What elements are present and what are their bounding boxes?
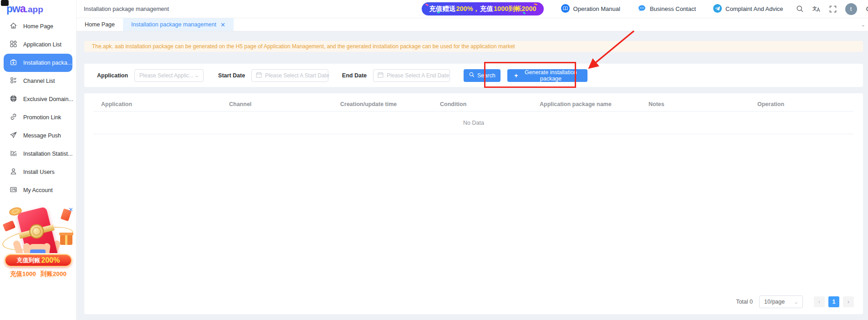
user-icon [10, 168, 17, 177]
table-header-row: Application Channel Creation/update time… [93, 97, 854, 112]
sidebar-item-installation-statistics[interactable]: Installation Statist... [0, 145, 76, 163]
business-contact-label: Business Contact [650, 5, 696, 12]
tab-overflow-chevron-icon[interactable]: ⌄ [861, 22, 865, 28]
link-icon [10, 113, 17, 122]
sidebar-item-promotion-link[interactable]: Promotion Link [0, 108, 76, 127]
sidebar-item-label: Promotion Link [23, 114, 61, 121]
sidebar-ad[interactable]: ✕ 充值到账 200% 充值1000 到账2000 [0, 205, 77, 284]
start-date-placeholder: Please Select A Start Date [265, 72, 329, 79]
channel-list-icon [10, 76, 17, 86]
page-1-button[interactable]: 1 [828, 296, 839, 307]
column-header: Channel [229, 101, 340, 107]
svg-text:DNS: DNS [12, 98, 15, 100]
page-size-value: 10/page [764, 299, 794, 305]
pagination: Total 0 10/page ⌄ ‹ 1 › [736, 295, 854, 308]
search-icon[interactable] [796, 5, 804, 13]
sidebar-item-label: Install Users [23, 169, 55, 175]
sidebar-item-label: Installation Statist... [23, 151, 72, 157]
sidebar-item-my-account[interactable]: My Account [0, 181, 76, 199]
app-logo[interactable]: pwa.app [6, 3, 43, 15]
end-date-label: End Date [342, 72, 367, 79]
sidebar-item-label: Channel List [23, 78, 55, 84]
tab-installation-package-management[interactable]: Installation package management ✕ [123, 18, 234, 31]
translate-icon[interactable]: 文 [812, 5, 821, 13]
results-table-card: Application Channel Creation/update time… [84, 93, 863, 314]
chevron-down-icon: ⌄ [194, 73, 199, 78]
calendar-icon [256, 72, 262, 79]
dns-globe-icon: DNS [10, 95, 17, 104]
complaint-advice-link[interactable]: Complaint And Advice [713, 4, 783, 14]
application-select[interactable]: Please Select Applic... ⌄ [134, 69, 204, 82]
column-header: Operation [757, 101, 854, 107]
search-button[interactable]: Search [464, 69, 500, 82]
sidebar-item-channel-list[interactable]: Channel List [0, 72, 76, 90]
search-button-icon [469, 72, 475, 79]
page-size-select[interactable]: 10/page ⌄ [759, 295, 803, 308]
sidebar-item-installation-package[interactable]: Installation packa... [4, 54, 72, 72]
grid-icon [10, 40, 17, 49]
column-header: Notes [648, 101, 757, 107]
start-date-label: Start Date [218, 72, 245, 79]
search-button-label: Search [477, 72, 495, 79]
sidebar-item-label: Home Page [23, 23, 53, 30]
end-date-placeholder: Please Select A End Date [387, 72, 449, 79]
complaint-advice-label: Complaint And Advice [725, 5, 783, 12]
generate-button-label: Generate installation package [521, 69, 581, 82]
promo-banner[interactable]: 充值赠送200%，充值1000到帐2000 [422, 2, 543, 15]
ad-illustration [0, 205, 77, 253]
column-header: Application [101, 101, 229, 107]
id-card-icon [10, 186, 17, 195]
manual-book-icon [561, 4, 570, 14]
business-contact-link[interactable]: Business Contact [638, 4, 696, 14]
empty-state: No Data [93, 112, 854, 134]
no-data-text: No Data [463, 120, 484, 126]
ad-close-icon[interactable]: ✕ [68, 207, 73, 213]
breadcrumb: Installation package management [84, 6, 169, 12]
sidebar-item-label: Message Push [23, 132, 61, 139]
sidebar-item-exclusive-domain[interactable]: DNS Exclusive Domain... [0, 90, 76, 108]
column-header: Condition [440, 101, 540, 107]
next-page-button[interactable]: › [843, 296, 854, 307]
tab-bar: Home Page Installation package managemen… [77, 18, 868, 31]
column-header: Creation/update time [340, 101, 440, 107]
chat-bubble-icon [638, 4, 646, 14]
telegram-icon [713, 4, 722, 14]
end-date-input[interactable]: Please Select A End Date [373, 69, 450, 82]
tab-label: Home Page [85, 21, 115, 28]
calendar-icon [378, 72, 383, 79]
sidebar-item-label: Installation packa... [23, 60, 72, 66]
column-header: Application package name [540, 101, 648, 107]
previous-page-button[interactable]: ‹ [814, 296, 825, 307]
tab-close-icon[interactable]: ✕ [220, 22, 225, 28]
filter-bar: Application Please Select Applic... ⌄ St… [84, 64, 863, 87]
svg-text:文: 文 [812, 6, 817, 11]
tab-home-page[interactable]: Home Page [77, 18, 123, 31]
ad-promo-text: 充值1000 到账2000 [0, 270, 77, 278]
sidebar-item-message-push[interactable]: Message Push [0, 127, 76, 145]
bar-chart-icon [10, 149, 17, 158]
notice-text: The.apk. aab installation package can be… [92, 43, 515, 50]
settings-gear-icon[interactable]: ⚙ [866, 5, 868, 13]
top-header: Installation package management 充值赠送200%… [77, 0, 868, 18]
sidebar-item-label: Application List [23, 41, 61, 48]
paper-plane-icon [10, 131, 17, 140]
application-label: Application [97, 72, 128, 79]
sidebar-item-label: Exclusive Domain... [23, 96, 73, 102]
sidebar-item-install-users[interactable]: Install Users [0, 163, 76, 181]
tab-label: Installation package management [131, 21, 216, 28]
sidebar-menu: Home Page Application List Installation … [0, 17, 76, 199]
fullscreen-icon[interactable] [829, 5, 837, 13]
start-date-input[interactable]: Please Select A Start Date [251, 69, 328, 82]
ad-recharge-button[interactable]: 充值到账 200% [5, 254, 72, 267]
package-download-icon [10, 58, 17, 67]
sidebar-item-application-list[interactable]: Application List [0, 36, 76, 54]
chevron-down-icon: ⌄ [793, 300, 799, 305]
home-icon [10, 22, 17, 31]
user-avatar[interactable]: t [845, 3, 857, 15]
operation-manual-label: Operation Manual [573, 5, 620, 12]
main-content: The.apk. aab installation package can be… [77, 31, 868, 320]
operation-manual-link[interactable]: Operation Manual [561, 4, 620, 14]
generate-installation-package-button[interactable]: + Generate installation package [507, 69, 587, 82]
sidebar-item-home-page[interactable]: Home Page [0, 17, 76, 36]
notice-banner: The.apk. aab installation package can be… [84, 41, 863, 52]
